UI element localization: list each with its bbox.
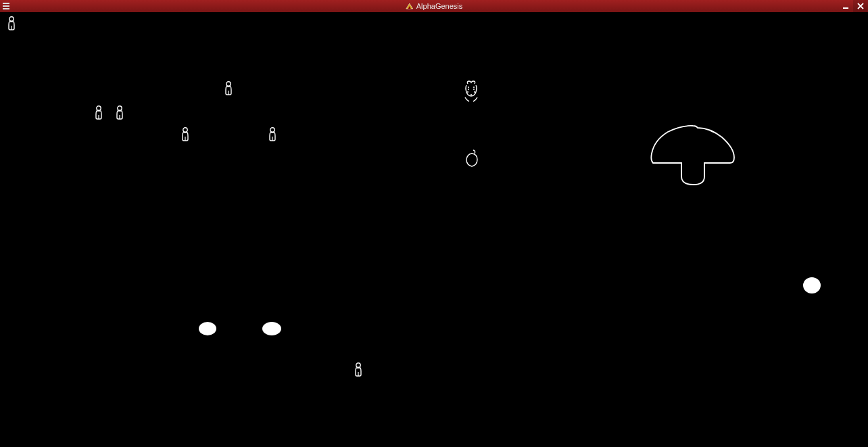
orb-sprite: [803, 277, 821, 293]
person-sprite: [115, 105, 124, 120]
mushroom-sprite: [649, 124, 737, 188]
person-sprite: [180, 127, 190, 142]
svg-rect-0: [843, 7, 848, 9]
titlebar-center: AlphaGenesis: [406, 2, 463, 10]
window-titlebar: AlphaGenesis: [0, 0, 868, 12]
app-icon: [406, 2, 414, 10]
person-sprite: [224, 81, 233, 96]
person-sprite: [354, 362, 363, 377]
creature-sprite: [461, 80, 481, 104]
menu-icon[interactable]: [3, 3, 9, 9]
person-sprite: [7, 16, 16, 31]
titlebar-left: [0, 3, 9, 9]
orb-sprite: [199, 322, 216, 335]
game-canvas[interactable]: [0, 12, 868, 447]
window-title: AlphaGenesis: [416, 2, 463, 10]
close-button[interactable]: [853, 0, 868, 12]
titlebar-controls: [838, 0, 868, 12]
person-sprite: [268, 127, 277, 142]
person-sprite: [94, 105, 103, 120]
fruit-sprite: [464, 149, 480, 168]
minimize-button[interactable]: [838, 0, 853, 12]
orb-sprite: [262, 322, 281, 335]
